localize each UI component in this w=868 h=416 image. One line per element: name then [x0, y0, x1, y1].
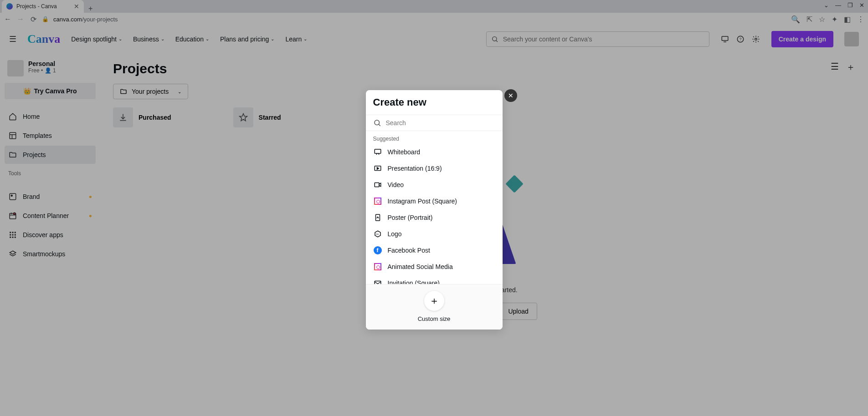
whiteboard-icon	[373, 147, 382, 157]
modal-item-poster[interactable]: Poster (Portrait)	[366, 209, 503, 226]
modal-title: Create new	[366, 90, 503, 115]
svg-rect-31	[375, 183, 379, 187]
modal-item-presentation[interactable]: Presentation (16:9)	[366, 160, 503, 177]
modal-item-whiteboard[interactable]: Whiteboard	[366, 144, 503, 160]
logo-icon: co.	[373, 229, 382, 238]
svg-text:co.: co.	[376, 233, 379, 235]
facebook-icon: f	[373, 246, 382, 255]
modal-overlay[interactable]: ✕ Create new Suggested Whiteboard Presen…	[0, 0, 868, 416]
modal-close-button[interactable]: ✕	[504, 89, 517, 102]
invitation-icon	[373, 279, 382, 284]
instagram-icon	[373, 262, 382, 271]
poster-icon	[373, 213, 382, 222]
svg-marker-30	[377, 167, 379, 170]
modal-item-animated-social[interactable]: Animated Social Media	[366, 259, 503, 275]
modal-item-instagram-post[interactable]: Instagram Post (Square)	[366, 193, 503, 209]
create-new-modal: Create new Suggested Whiteboard Presenta…	[366, 90, 503, 330]
modal-item-video[interactable]: Video	[366, 177, 503, 193]
modal-footer: ＋ Custom size	[366, 284, 503, 330]
modal-item-facebook-post[interactable]: f Facebook Post	[366, 242, 503, 259]
instagram-icon	[373, 197, 382, 206]
modal-search-input[interactable]	[386, 119, 495, 127]
svg-line-27	[379, 124, 380, 126]
search-icon	[373, 119, 381, 127]
video-icon	[373, 180, 382, 189]
modal-search[interactable]	[366, 115, 503, 131]
modal-suggested-label: Suggested	[366, 131, 503, 144]
modal-item-invitation[interactable]: Invitation (Square)	[366, 275, 503, 284]
svg-rect-32	[375, 214, 380, 221]
custom-size-label: Custom size	[418, 315, 451, 322]
svg-rect-28	[375, 149, 381, 153]
custom-size-button[interactable]: ＋	[424, 291, 444, 311]
svg-point-26	[375, 120, 380, 125]
modal-item-logo[interactable]: co. Logo	[366, 226, 503, 242]
presentation-icon	[373, 164, 382, 173]
